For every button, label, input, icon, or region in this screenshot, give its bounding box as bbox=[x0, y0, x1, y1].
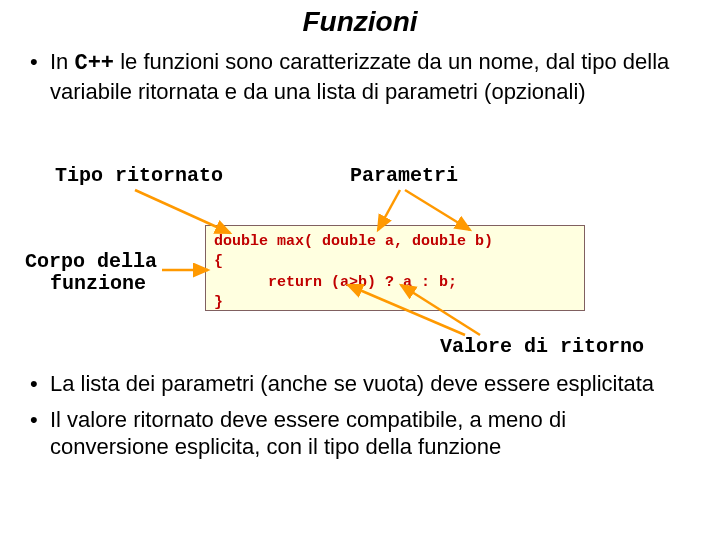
bullet-2-text: La lista dei parametri (anche se vuota) … bbox=[50, 370, 654, 398]
code-line-2: { bbox=[214, 253, 223, 270]
bullet-3-text: Il valore ritornato deve essere compatib… bbox=[50, 406, 690, 461]
label-corpo-1: Corpo della bbox=[25, 250, 157, 273]
code-line-4: } bbox=[214, 294, 223, 311]
bullet-1-rest: le funzioni sono caratterizzate da un no… bbox=[50, 49, 669, 104]
bullet-1-text: In C++ le funzioni sono caratterizzate d… bbox=[50, 48, 690, 105]
code-line-1: double max( double a, double b) bbox=[214, 233, 493, 250]
svg-line-2 bbox=[405, 190, 470, 230]
bullet-marker: • bbox=[30, 370, 50, 398]
bullet-1: • In C++ le funzioni sono caratterizzate… bbox=[30, 48, 690, 105]
bullet-1-prefix: In bbox=[50, 49, 74, 74]
bullet-2: • La lista dei parametri (anche se vuota… bbox=[30, 370, 690, 398]
bullet-marker: • bbox=[30, 48, 50, 105]
bullet-3: • Il valore ritornato deve essere compat… bbox=[30, 406, 690, 461]
label-parametri: Parametri bbox=[350, 164, 458, 187]
code-line-3: return (a>b) ? a : b; bbox=[214, 274, 457, 291]
bullet-list-top: • In C++ le funzioni sono caratterizzate… bbox=[30, 48, 690, 105]
label-tipo-ritornato: Tipo ritornato bbox=[55, 164, 223, 187]
bullet-list-bottom: • La lista dei parametri (anche se vuota… bbox=[30, 370, 690, 469]
label-valore: Valore di ritorno bbox=[440, 335, 644, 358]
cpp-keyword: C++ bbox=[74, 51, 114, 76]
bullet-marker: • bbox=[30, 406, 50, 461]
page-title: Funzioni bbox=[0, 0, 720, 38]
label-corpo-2: funzione bbox=[50, 272, 146, 295]
svg-line-1 bbox=[378, 190, 400, 230]
code-box: double max( double a, double b) { return… bbox=[205, 225, 585, 311]
